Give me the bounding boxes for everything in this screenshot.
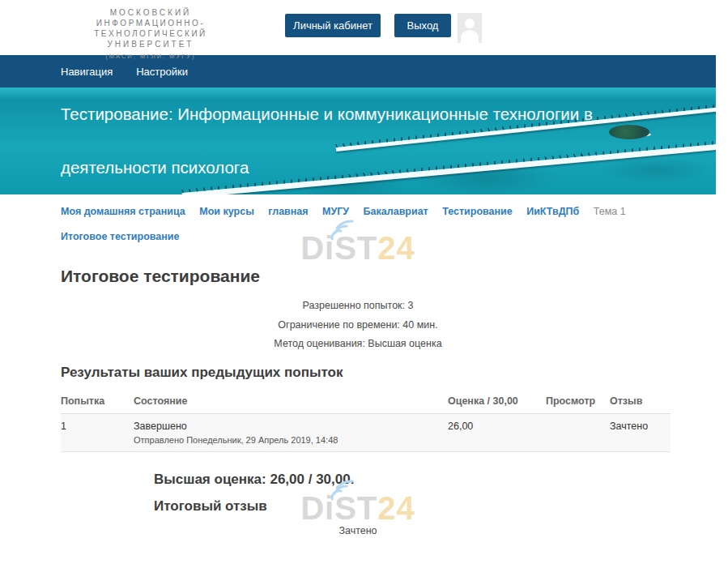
time-limit-text: Ограничение по времени: 40 мин.	[0, 316, 716, 335]
island-image	[609, 125, 649, 139]
breadcrumb-item-my-courses[interactable]: Мои курсы	[199, 206, 254, 217]
avatar-person-icon	[465, 19, 475, 28]
logo-line: МОСКОВСКИЙ	[49, 7, 253, 18]
breadcrumb-item-topic1: Тема 1	[594, 206, 626, 217]
attempt-review-cell	[546, 413, 610, 451]
personal-cabinet-button[interactable]: Личный кабинет	[285, 14, 381, 37]
university-logo: МОСКОВСКИЙ ИНФОРМАЦИОННО-ТЕХНОЛОГИЧЕСКИЙ…	[49, 7, 253, 62]
logo-line: УНИВЕРСИТЕТ	[49, 39, 253, 49]
breadcrumb-item-testing[interactable]: Тестирование	[442, 206, 513, 217]
attempt-state: Завершено	[134, 421, 448, 432]
navbar-item-settings[interactable]: Настройки	[136, 66, 188, 78]
logo-line: ИНФОРМАЦИОННО-ТЕХНОЛОГИЧЕСКИЙ	[49, 18, 253, 39]
breadcrumb-item-bachelor[interactable]: Бакалавриат	[364, 206, 428, 217]
breadcrumb-item-iiktvdpb[interactable]: ИиКТвДПб	[526, 206, 579, 217]
main-content: DiST24 Моя домашняя страница Мои курсы г…	[0, 194, 716, 568]
attempt-grade-cell: 26,00	[448, 413, 546, 451]
avatar-person-icon	[461, 30, 479, 43]
breadcrumb: Моя домашняя страница Мои курсы главная …	[61, 206, 716, 242]
logout-button[interactable]: Выход	[394, 14, 451, 37]
column-header-review: Просмотр	[546, 391, 610, 414]
course-title: Тестирование: Информационные и коммуника…	[61, 88, 593, 194]
column-header-state: Состояние	[134, 391, 448, 414]
breadcrumb-item-home[interactable]: Моя домашняя страница	[61, 206, 185, 217]
attempt-feedback-cell: Зачтено	[610, 413, 671, 451]
attempt-state-cell: Завершено Отправлено Понедельник, 29 Апр…	[134, 413, 448, 451]
highest-grade-text: Высшая оценка: 26,00 / 30,00.	[154, 472, 716, 488]
course-title-line1: Тестирование: Информационные и коммуника…	[61, 88, 593, 141]
attempt-submitted-timestamp: Отправлено Понедельник, 29 Апрель 2019, …	[134, 435, 448, 445]
attempts-table: Попытка Состояние Оценка / 30,00 Просмот…	[61, 391, 671, 452]
table-row: 1 Завершено Отправлено Понедельник, 29 А…	[61, 413, 671, 451]
column-header-attempt: Попытка	[61, 391, 134, 414]
results-heading: Результаты ваших предыдущих попыток	[61, 365, 716, 381]
attempts-allowed-text: Разрешенно попыток: 3	[0, 297, 716, 316]
attempts-table-header: Попытка Состояние Оценка / 30,00 Просмот…	[61, 391, 671, 414]
site-header: МОСКОВСКИЙ ИНФОРМАЦИОННО-ТЕХНОЛОГИЧЕСКИЙ…	[0, 0, 716, 55]
final-feedback-heading: Итоговый отзыв	[154, 498, 716, 515]
course-banner: Тестирование: Информационные и коммуника…	[0, 88, 716, 194]
course-title-line2: деятельности психолога	[61, 141, 593, 194]
final-feedback-value: Зачтено	[0, 525, 716, 536]
final-feedback-section: DiST24 Итоговый отзыв Зачтено	[0, 498, 716, 549]
quiz-info: Разрешенно попыток: 3 Ограничение по вре…	[0, 297, 716, 354]
breadcrumb-item-final-test[interactable]: Итоговое тестирование	[61, 231, 179, 242]
breadcrumb-item-main[interactable]: главная	[268, 206, 308, 217]
page: МОСКОВСКИЙ ИНФОРМАЦИОННО-ТЕХНОЛОГИЧЕСКИЙ…	[0, 0, 716, 568]
logo-subline: (МАСИ, МГЛИ, МУГУ)	[49, 51, 253, 62]
column-header-feedback: Отзыв	[610, 391, 671, 414]
user-avatar[interactable]	[458, 13, 482, 43]
quiz-title: Итоговое тестирование	[61, 267, 716, 286]
attempt-number-cell: 1	[61, 413, 134, 451]
grading-method-text: Метод оценивания: Высшая оценка	[0, 335, 716, 354]
navbar-item-navigation[interactable]: Навигация	[61, 66, 113, 78]
breadcrumb-item-mugu[interactable]: МУГУ	[322, 206, 349, 217]
column-header-grade: Оценка / 30,00	[448, 391, 546, 414]
